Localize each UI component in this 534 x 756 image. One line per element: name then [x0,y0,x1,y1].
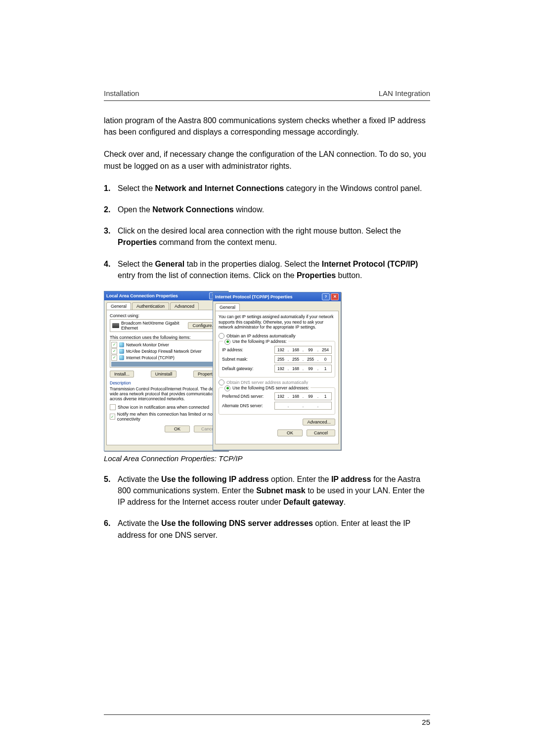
description-text: Transmission Control Protocol/Internet P… [110,386,222,402]
step-6: Activate the Use the following DNS serve… [104,518,430,540]
input-ip[interactable]: 192.168.99.254 [274,346,332,354]
header-rule [104,100,430,101]
tab-general[interactable]: General [106,302,131,310]
adapter-name: Broadcom NetXtreme Gigabit Ethernet [121,321,186,331]
input-pdns[interactable]: 192.168.99.1 [274,392,332,400]
adapter-icon [112,323,119,328]
checkbox-show-icon[interactable] [110,404,116,410]
footer-rule [104,714,430,715]
label-gateway: Default gateway: [222,366,272,371]
tab-advanced[interactable]: Advanced [170,302,199,310]
label-ip: IP address: [222,347,272,352]
step-5: Activate the Use the following IP addres… [104,473,430,508]
dialog-lan-properties: Local Area Connection Properties ? ✕ Gen… [104,291,228,451]
label-uses-items: This connection uses the following items… [110,335,222,340]
step-1: Select the Network and Internet Connecti… [104,183,430,194]
dialog-tcpip-properties: Internet Protocol (TCP/IP) Properties ? … [213,292,341,450]
checkbox-icon[interactable]: ✓ [111,355,117,361]
checkbox-notify[interactable]: ✓ [110,414,115,420]
net-icon [119,355,124,360]
para-1: lation program of the Aastra 800 communi… [104,115,430,138]
advanced-button[interactable]: Advanced... [303,419,335,425]
label-use-ip: Use the following IP address: [232,339,287,344]
cancel-button[interactable]: Cancel [307,429,335,436]
input-mask[interactable]: 255.255.255.0 [274,355,332,363]
label-show-icon: Show icon in notification area when conn… [118,405,209,410]
ok-button[interactable]: OK [165,425,190,432]
header-left: Installation [104,89,139,97]
tab-general-b[interactable]: General [215,303,240,311]
checkbox-icon[interactable]: ✓ [111,348,117,354]
net-icon [119,342,124,347]
page-number: 25 [422,718,430,726]
install-button[interactable]: Install... [110,371,134,378]
label-pdns: Preferred DNS server: [222,394,272,399]
tab-authentication[interactable]: Authentication [132,302,169,310]
label-mask: Subnet mask: [222,357,272,362]
label-use-dns: Use the following DNS server addresses: [232,385,309,390]
winB-title: Internet Protocol (TCP/IP) Properties [215,294,293,299]
fieldset-dns: Use the following DNS server addresses: … [219,387,335,415]
fieldset-ip: Use the following IP address: IP address… [219,341,335,378]
net-icon [119,349,124,354]
ok-button[interactable]: OK [277,429,303,436]
uninstall-button[interactable]: Uninstall [151,371,177,378]
para-2: Check over and, if necessary change the … [104,148,430,171]
input-gateway[interactable]: 192.168.99.1 [274,365,332,373]
description-label: Description [110,380,222,385]
figure-caption: Local Area Connection Properties: TCP/IP [104,454,430,463]
label-connect-using: Connect using: [110,313,222,318]
close-icon[interactable]: ✕ [331,293,339,300]
input-adns[interactable]: ... [274,402,332,410]
header-right: LAN Integration [379,89,430,97]
winA-title: Local Area Connection Properties [106,293,178,298]
step-4: Select the General tab in the properties… [104,258,430,281]
checkbox-icon[interactable]: ✓ [111,342,117,348]
step-2: Open the Network Connections window. [104,204,430,215]
label-adns: Alternate DNS server: [222,403,272,408]
radio-use-ip[interactable] [224,339,230,345]
step-3: Click on the desired local area connecti… [104,225,430,248]
help-icon[interactable]: ? [322,293,330,300]
radio-use-dns[interactable] [224,385,230,391]
label-notify: Notify me when this connection has limit… [117,412,222,422]
figure-screenshot: Local Area Connection Properties ? ✕ Gen… [104,291,430,450]
intro-text: You can get IP settings assigned automat… [219,314,335,330]
connection-items-list[interactable]: ✓Network Monitor Driver ✓McAfee Desktop … [110,340,222,368]
